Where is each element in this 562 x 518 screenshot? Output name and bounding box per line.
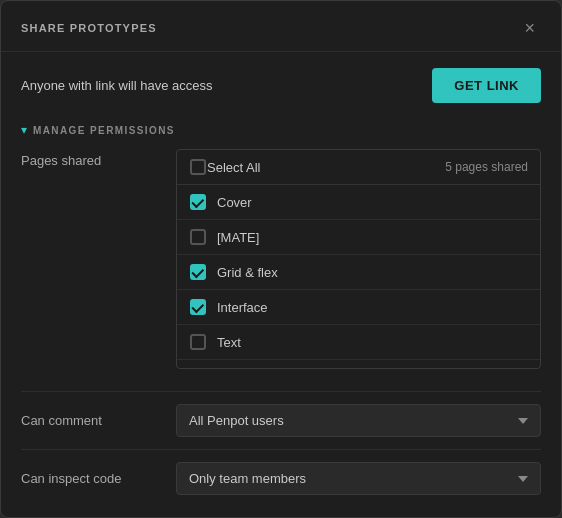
select-all-row: Select All 5 pages shared [177,150,540,185]
pages-label: Pages shared [21,149,176,168]
share-prototypes-modal: SHARE PROTOTYPES × Anyone with link will… [0,0,562,518]
can-comment-row: Can comment All Penpot usersOnly team me… [21,391,541,449]
page-name-grid-flex: Grid & flex [217,265,528,280]
list-item: Cover [177,185,540,220]
page-checkbox-wrapper-interface[interactable] [189,298,207,316]
access-row: Anyone with link will have access GET LI… [1,52,561,119]
page-checkbox-wrapper-cover[interactable] [189,193,207,211]
list-item: PIcker [177,360,540,369]
page-checkbox-wrapper-grid-flex[interactable] [189,263,207,281]
page-checkbox-mate[interactable] [190,229,206,245]
page-name-cover: Cover [217,195,528,210]
pages-items-container: Cover[MATE]Grid & flexInterfaceTextPIcke… [177,185,540,369]
chevron-down-icon: ▾ [21,123,27,137]
list-item: [MATE] [177,220,540,255]
page-checkbox-wrapper-text[interactable] [189,333,207,351]
can-inspect-select[interactable]: Only team membersAll Penpot usersNo one [176,462,541,495]
list-item: Grid & flex [177,255,540,290]
page-name-mate: [MATE] [217,230,528,245]
page-checkbox-grid-flex[interactable] [190,264,206,280]
manage-permissions-toggle[interactable]: ▾ MANAGE PERMISSIONS [21,123,541,137]
pages-list: Select All 5 pages shared Cover[MATE]Gri… [176,149,541,369]
page-checkbox-cover[interactable] [190,194,206,210]
pages-shared-row: Pages shared Select All 5 pages shared C… [21,149,541,369]
select-all-label: Select All [207,160,445,175]
dropdowns-section: Can comment All Penpot usersOnly team me… [1,391,561,507]
pages-count: 5 pages shared [445,160,528,174]
manage-permissions-section: ▾ MANAGE PERMISSIONS Pages shared Select… [1,119,561,379]
select-all-checkbox-wrapper[interactable] [189,158,207,176]
modal-header: SHARE PROTOTYPES × [1,1,561,52]
list-item: Text [177,325,540,360]
close-button[interactable]: × [518,17,541,39]
list-item: Interface [177,290,540,325]
page-checkbox-wrapper-mate[interactable] [189,228,207,246]
page-name-interface: Interface [217,300,528,315]
page-checkbox-interface[interactable] [190,299,206,315]
page-name-text: Text [217,335,528,350]
can-comment-select[interactable]: All Penpot usersOnly team membersNo one [176,404,541,437]
page-checkbox-text[interactable] [190,334,206,350]
get-link-button[interactable]: GET LINK [432,68,541,103]
can-inspect-row: Can inspect code Only team membersAll Pe… [21,449,541,507]
can-comment-label: Can comment [21,413,176,428]
access-text: Anyone with link will have access [21,78,212,93]
page-checkbox-wrapper-picker[interactable] [189,368,207,369]
manage-label: MANAGE PERMISSIONS [33,125,175,136]
select-all-checkbox[interactable] [190,159,206,175]
can-inspect-label: Can inspect code [21,471,176,486]
modal-title: SHARE PROTOTYPES [21,22,157,34]
